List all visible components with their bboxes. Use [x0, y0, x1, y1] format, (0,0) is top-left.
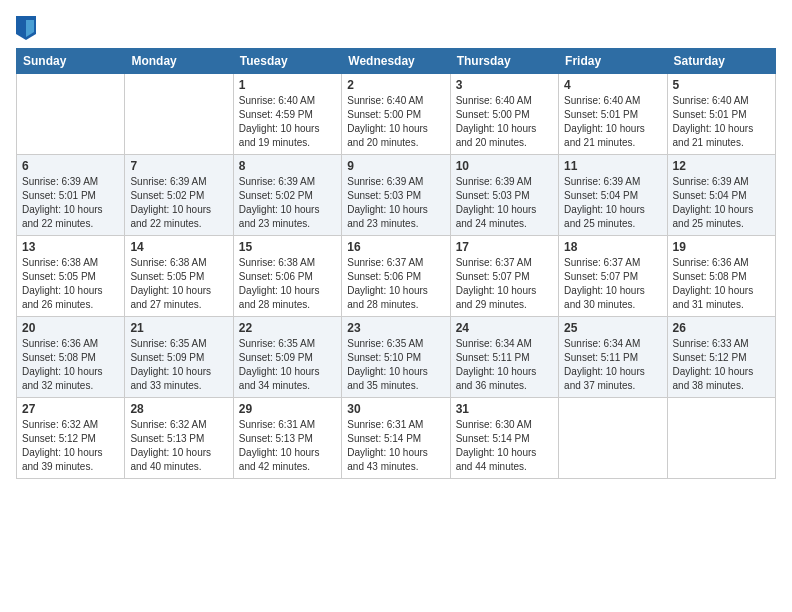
calendar-cell: 11Sunrise: 6:39 AM Sunset: 5:04 PM Dayli… — [559, 155, 667, 236]
day-info: Sunrise: 6:39 AM Sunset: 5:04 PM Dayligh… — [673, 175, 770, 231]
calendar-cell: 30Sunrise: 6:31 AM Sunset: 5:14 PM Dayli… — [342, 398, 450, 479]
day-info: Sunrise: 6:40 AM Sunset: 5:00 PM Dayligh… — [347, 94, 444, 150]
calendar-cell: 26Sunrise: 6:33 AM Sunset: 5:12 PM Dayli… — [667, 317, 775, 398]
day-info: Sunrise: 6:38 AM Sunset: 5:05 PM Dayligh… — [22, 256, 119, 312]
calendar-cell: 4Sunrise: 6:40 AM Sunset: 5:01 PM Daylig… — [559, 74, 667, 155]
day-number: 27 — [22, 402, 119, 416]
day-info: Sunrise: 6:37 AM Sunset: 5:07 PM Dayligh… — [456, 256, 553, 312]
day-info: Sunrise: 6:40 AM Sunset: 5:00 PM Dayligh… — [456, 94, 553, 150]
calendar-cell: 28Sunrise: 6:32 AM Sunset: 5:13 PM Dayli… — [125, 398, 233, 479]
calendar-cell: 18Sunrise: 6:37 AM Sunset: 5:07 PM Dayli… — [559, 236, 667, 317]
calendar-cell: 17Sunrise: 6:37 AM Sunset: 5:07 PM Dayli… — [450, 236, 558, 317]
calendar-cell: 27Sunrise: 6:32 AM Sunset: 5:12 PM Dayli… — [17, 398, 125, 479]
calendar-week-row: 6Sunrise: 6:39 AM Sunset: 5:01 PM Daylig… — [17, 155, 776, 236]
day-number: 14 — [130, 240, 227, 254]
day-info: Sunrise: 6:38 AM Sunset: 5:06 PM Dayligh… — [239, 256, 336, 312]
calendar-cell: 7Sunrise: 6:39 AM Sunset: 5:02 PM Daylig… — [125, 155, 233, 236]
day-info: Sunrise: 6:33 AM Sunset: 5:12 PM Dayligh… — [673, 337, 770, 393]
day-number: 4 — [564, 78, 661, 92]
day-number: 20 — [22, 321, 119, 335]
page-header — [16, 16, 776, 40]
calendar-cell: 19Sunrise: 6:36 AM Sunset: 5:08 PM Dayli… — [667, 236, 775, 317]
calendar-cell: 8Sunrise: 6:39 AM Sunset: 5:02 PM Daylig… — [233, 155, 341, 236]
calendar-cell: 29Sunrise: 6:31 AM Sunset: 5:13 PM Dayli… — [233, 398, 341, 479]
day-number: 3 — [456, 78, 553, 92]
day-info: Sunrise: 6:32 AM Sunset: 5:13 PM Dayligh… — [130, 418, 227, 474]
calendar-cell: 15Sunrise: 6:38 AM Sunset: 5:06 PM Dayli… — [233, 236, 341, 317]
day-info: Sunrise: 6:37 AM Sunset: 5:07 PM Dayligh… — [564, 256, 661, 312]
day-number: 15 — [239, 240, 336, 254]
day-info: Sunrise: 6:39 AM Sunset: 5:02 PM Dayligh… — [130, 175, 227, 231]
day-number: 8 — [239, 159, 336, 173]
calendar-cell: 13Sunrise: 6:38 AM Sunset: 5:05 PM Dayli… — [17, 236, 125, 317]
calendar-cell: 9Sunrise: 6:39 AM Sunset: 5:03 PM Daylig… — [342, 155, 450, 236]
calendar-week-row: 1Sunrise: 6:40 AM Sunset: 4:59 PM Daylig… — [17, 74, 776, 155]
calendar-header-row: SundayMondayTuesdayWednesdayThursdayFrid… — [17, 49, 776, 74]
day-number: 29 — [239, 402, 336, 416]
day-info: Sunrise: 6:31 AM Sunset: 5:13 PM Dayligh… — [239, 418, 336, 474]
day-info: Sunrise: 6:34 AM Sunset: 5:11 PM Dayligh… — [564, 337, 661, 393]
calendar-week-row: 27Sunrise: 6:32 AM Sunset: 5:12 PM Dayli… — [17, 398, 776, 479]
day-number: 31 — [456, 402, 553, 416]
calendar-cell: 21Sunrise: 6:35 AM Sunset: 5:09 PM Dayli… — [125, 317, 233, 398]
calendar-cell: 16Sunrise: 6:37 AM Sunset: 5:06 PM Dayli… — [342, 236, 450, 317]
day-info: Sunrise: 6:39 AM Sunset: 5:03 PM Dayligh… — [347, 175, 444, 231]
calendar-header-wednesday: Wednesday — [342, 49, 450, 74]
calendar-table: SundayMondayTuesdayWednesdayThursdayFrid… — [16, 48, 776, 479]
day-number: 13 — [22, 240, 119, 254]
day-info: Sunrise: 6:34 AM Sunset: 5:11 PM Dayligh… — [456, 337, 553, 393]
calendar-cell: 20Sunrise: 6:36 AM Sunset: 5:08 PM Dayli… — [17, 317, 125, 398]
logo-icon — [16, 16, 36, 40]
day-number: 24 — [456, 321, 553, 335]
day-number: 21 — [130, 321, 227, 335]
day-number: 26 — [673, 321, 770, 335]
day-info: Sunrise: 6:30 AM Sunset: 5:14 PM Dayligh… — [456, 418, 553, 474]
day-number: 9 — [347, 159, 444, 173]
day-number: 1 — [239, 78, 336, 92]
calendar-cell — [125, 74, 233, 155]
day-info: Sunrise: 6:36 AM Sunset: 5:08 PM Dayligh… — [673, 256, 770, 312]
calendar-header-tuesday: Tuesday — [233, 49, 341, 74]
day-info: Sunrise: 6:32 AM Sunset: 5:12 PM Dayligh… — [22, 418, 119, 474]
calendar-cell: 12Sunrise: 6:39 AM Sunset: 5:04 PM Dayli… — [667, 155, 775, 236]
calendar-cell: 6Sunrise: 6:39 AM Sunset: 5:01 PM Daylig… — [17, 155, 125, 236]
day-info: Sunrise: 6:36 AM Sunset: 5:08 PM Dayligh… — [22, 337, 119, 393]
calendar-cell: 14Sunrise: 6:38 AM Sunset: 5:05 PM Dayli… — [125, 236, 233, 317]
day-number: 12 — [673, 159, 770, 173]
day-number: 5 — [673, 78, 770, 92]
day-info: Sunrise: 6:35 AM Sunset: 5:10 PM Dayligh… — [347, 337, 444, 393]
day-info: Sunrise: 6:39 AM Sunset: 5:03 PM Dayligh… — [456, 175, 553, 231]
calendar-cell: 25Sunrise: 6:34 AM Sunset: 5:11 PM Dayli… — [559, 317, 667, 398]
calendar-cell — [559, 398, 667, 479]
day-number: 23 — [347, 321, 444, 335]
day-number: 10 — [456, 159, 553, 173]
day-number: 7 — [130, 159, 227, 173]
day-number: 28 — [130, 402, 227, 416]
logo — [16, 16, 40, 40]
calendar-cell: 10Sunrise: 6:39 AM Sunset: 5:03 PM Dayli… — [450, 155, 558, 236]
calendar-cell: 23Sunrise: 6:35 AM Sunset: 5:10 PM Dayli… — [342, 317, 450, 398]
day-number: 18 — [564, 240, 661, 254]
calendar-header-saturday: Saturday — [667, 49, 775, 74]
day-number: 22 — [239, 321, 336, 335]
calendar-cell — [17, 74, 125, 155]
calendar-header-monday: Monday — [125, 49, 233, 74]
calendar-cell: 2Sunrise: 6:40 AM Sunset: 5:00 PM Daylig… — [342, 74, 450, 155]
day-info: Sunrise: 6:31 AM Sunset: 5:14 PM Dayligh… — [347, 418, 444, 474]
day-number: 30 — [347, 402, 444, 416]
day-info: Sunrise: 6:39 AM Sunset: 5:01 PM Dayligh… — [22, 175, 119, 231]
calendar-cell: 24Sunrise: 6:34 AM Sunset: 5:11 PM Dayli… — [450, 317, 558, 398]
calendar-cell: 31Sunrise: 6:30 AM Sunset: 5:14 PM Dayli… — [450, 398, 558, 479]
calendar-week-row: 20Sunrise: 6:36 AM Sunset: 5:08 PM Dayli… — [17, 317, 776, 398]
day-info: Sunrise: 6:39 AM Sunset: 5:04 PM Dayligh… — [564, 175, 661, 231]
day-number: 16 — [347, 240, 444, 254]
calendar-cell — [667, 398, 775, 479]
calendar-cell: 5Sunrise: 6:40 AM Sunset: 5:01 PM Daylig… — [667, 74, 775, 155]
day-info: Sunrise: 6:40 AM Sunset: 5:01 PM Dayligh… — [564, 94, 661, 150]
day-info: Sunrise: 6:37 AM Sunset: 5:06 PM Dayligh… — [347, 256, 444, 312]
calendar-cell: 1Sunrise: 6:40 AM Sunset: 4:59 PM Daylig… — [233, 74, 341, 155]
day-info: Sunrise: 6:39 AM Sunset: 5:02 PM Dayligh… — [239, 175, 336, 231]
day-info: Sunrise: 6:38 AM Sunset: 5:05 PM Dayligh… — [130, 256, 227, 312]
calendar-cell: 3Sunrise: 6:40 AM Sunset: 5:00 PM Daylig… — [450, 74, 558, 155]
day-info: Sunrise: 6:40 AM Sunset: 5:01 PM Dayligh… — [673, 94, 770, 150]
